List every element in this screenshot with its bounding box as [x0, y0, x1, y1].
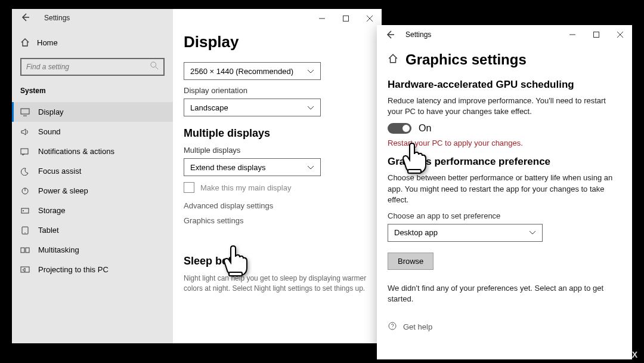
- main-display-checkbox: [184, 182, 194, 193]
- toggle-knob: [402, 125, 410, 132]
- hw-gpu-desc: Reduce latency and improve performance. …: [388, 96, 621, 117]
- sidebar-item-label: Tablet: [38, 226, 59, 235]
- toggle-label: On: [419, 123, 431, 134]
- main-display-label: Make this my main display: [200, 183, 291, 192]
- hw-gpu-toggle-row: On: [388, 123, 621, 134]
- section-label: System: [12, 82, 173, 102]
- help-icon: [388, 321, 397, 333]
- chevron-down-icon: [307, 163, 314, 172]
- orientation-value: Landscape: [190, 103, 228, 112]
- sidebar-item-label: Projecting to this PC: [38, 265, 109, 274]
- sidebar-item-label: Multitasking: [38, 245, 79, 254]
- svg-point-22: [389, 322, 396, 330]
- notifications-icon: [20, 147, 30, 156]
- storage-icon: [20, 207, 30, 215]
- minimize-button[interactable]: [561, 25, 584, 44]
- chevron-down-icon: [529, 228, 536, 237]
- minimize-button[interactable]: [310, 9, 334, 28]
- get-help-label: Get help: [403, 322, 432, 331]
- sleep-better-desc: Night light can help you get to sleep by…: [184, 273, 371, 294]
- advanced-display-link[interactable]: Advanced display settings: [184, 201, 371, 210]
- svg-line-5: [156, 67, 158, 69]
- sidebar-item-projecting[interactable]: Projecting to this PC: [12, 260, 173, 279]
- svg-rect-8: [21, 149, 28, 154]
- sidebar-item-tablet[interactable]: Tablet: [12, 220, 173, 240]
- page-title: Display: [184, 33, 371, 51]
- monitor-icon: [20, 108, 30, 116]
- browse-button[interactable]: Browse: [388, 253, 434, 270]
- resolution-value: 2560 × 1440 (Recommended): [190, 67, 293, 76]
- power-icon: [20, 187, 30, 195]
- svg-rect-6: [21, 109, 29, 114]
- home-link[interactable]: Home: [12, 33, 173, 52]
- sidebar-item-label: Focus assist: [38, 167, 81, 176]
- window2-titlebar: Settings: [377, 25, 632, 44]
- svg-point-14: [24, 232, 25, 233]
- home-icon[interactable]: [388, 53, 398, 66]
- display-content: Display 2560 × 1440 (Recommended) Displa…: [173, 9, 382, 343]
- watermark: UGETFIX: [597, 350, 638, 359]
- multiple-displays-value: Extend these displays: [190, 163, 265, 172]
- svg-rect-15: [21, 248, 24, 253]
- page-title: Graphics settings: [405, 51, 527, 68]
- back-arrow-icon[interactable]: [20, 13, 30, 24]
- chevron-down-icon: [307, 67, 314, 76]
- get-help-link[interactable]: Get help: [388, 321, 621, 333]
- graphics-content: Graphics settings Hardware-accelerated G…: [377, 44, 632, 340]
- sidebar-item-display[interactable]: Display: [12, 102, 173, 122]
- back-arrow-icon[interactable]: [385, 30, 395, 42]
- graphics-settings-window: Settings Graphics settings Hardware-acce…: [377, 25, 632, 359]
- search-input[interactable]: [26, 63, 159, 71]
- window1-titlebar: Settings: [12, 9, 382, 28]
- svg-rect-11: [21, 208, 29, 213]
- sidebar: Home System Display Sound Notifications …: [12, 9, 173, 343]
- orientation-select[interactable]: Landscape: [184, 99, 321, 116]
- sound-icon: [20, 128, 30, 136]
- sidebar-item-sound[interactable]: Sound: [12, 122, 173, 141]
- perf-pref-desc: Choose between better performance or bat…: [388, 173, 621, 205]
- app-type-select[interactable]: Desktop app: [388, 224, 543, 242]
- sidebar-item-label: Display: [38, 107, 64, 116]
- multiple-displays-select[interactable]: Extend these displays: [184, 158, 321, 176]
- window1-controls: [310, 9, 382, 28]
- home-icon: [20, 38, 30, 47]
- hw-gpu-toggle[interactable]: [388, 123, 411, 134]
- search-input-wrapper[interactable]: [20, 58, 165, 76]
- sleep-better-heading: Sleep better: [184, 255, 371, 267]
- sidebar-item-label: Storage: [38, 206, 66, 215]
- sidebar-item-notifications[interactable]: Notifications & actions: [12, 141, 173, 161]
- sidebar-item-multitasking[interactable]: Multitasking: [12, 240, 173, 260]
- close-button[interactable]: [608, 25, 632, 44]
- svg-point-4: [151, 62, 156, 67]
- maximize-button[interactable]: [584, 25, 608, 44]
- projecting-icon: [20, 266, 30, 274]
- window2-controls: [561, 25, 632, 44]
- window1-title: Settings: [44, 14, 70, 22]
- perf-pref-heading: Graphics performance preference: [388, 156, 621, 168]
- window2-title: Settings: [405, 30, 431, 39]
- tablet-icon: [20, 226, 30, 235]
- empty-state-text: We didn't find any of your preferences y…: [388, 283, 621, 304]
- multitasking-icon: [20, 246, 30, 254]
- main-display-checkbox-row: Make this my main display: [184, 182, 371, 193]
- search-icon: [150, 61, 159, 72]
- chevron-down-icon: [307, 103, 314, 112]
- sidebar-item-power-sleep[interactable]: Power & sleep: [12, 181, 173, 201]
- sidebar-item-label: Power & sleep: [38, 186, 88, 195]
- orientation-label: Display orientation: [184, 86, 371, 95]
- graphics-settings-link[interactable]: Graphics settings: [184, 216, 371, 225]
- choose-app-label: Choose an app to set preference: [388, 211, 621, 220]
- sidebar-item-label: Notifications & actions: [38, 147, 114, 156]
- svg-rect-1: [343, 16, 349, 21]
- sidebar-item-storage[interactable]: Storage: [12, 201, 173, 220]
- svg-rect-16: [26, 248, 29, 253]
- restart-warning: Restart your PC to apply your changes.: [388, 139, 621, 147]
- multiple-displays-heading: Multiple displays: [184, 127, 371, 140]
- multiple-displays-label: Multiple displays: [184, 146, 371, 155]
- sidebar-item-label: Sound: [38, 127, 61, 136]
- sidebar-item-focus-assist[interactable]: Focus assist: [12, 161, 173, 181]
- app-type-value: Desktop app: [394, 228, 438, 237]
- settings-display-window: Settings Home System Display Sound Notif…: [12, 9, 382, 343]
- maximize-button[interactable]: [334, 9, 358, 28]
- resolution-select[interactable]: 2560 × 1440 (Recommended): [184, 62, 321, 80]
